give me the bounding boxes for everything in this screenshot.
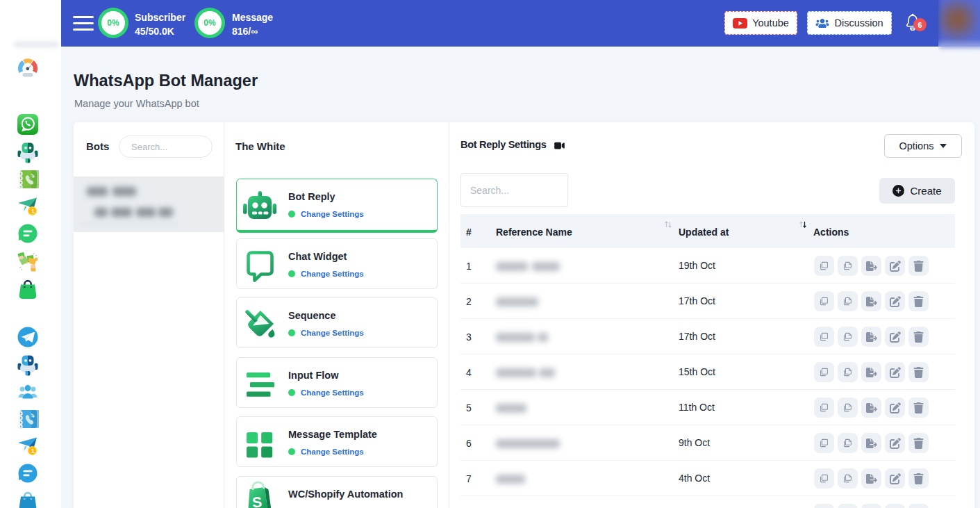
svg-text:S: S: [251, 493, 263, 508]
svg-text:1: 1: [31, 447, 35, 454]
svg-text:1: 1: [31, 207, 35, 215]
